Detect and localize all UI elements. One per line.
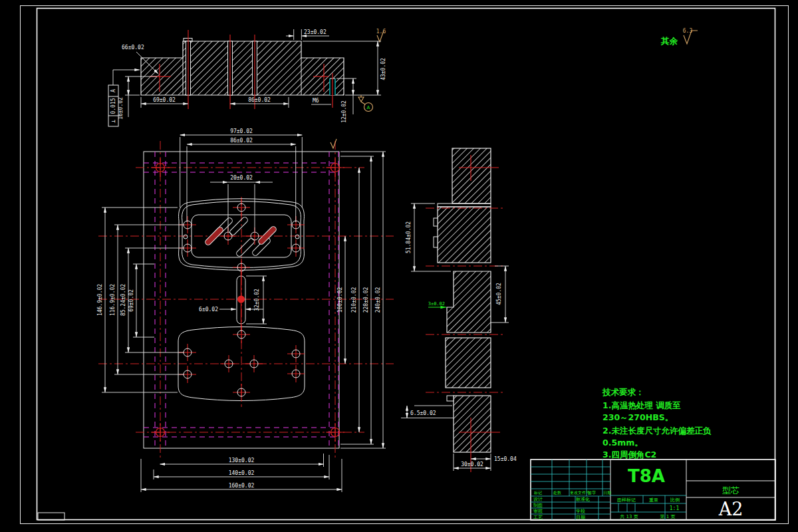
- fcf-datum: A: [110, 89, 116, 92]
- roughness-1-6: 1.6: [376, 29, 386, 35]
- row-school: 学校: [576, 509, 585, 514]
- dim-116-9: 116.9±0.02: [110, 284, 116, 316]
- drawing-frame: [21, 6, 789, 524]
- other-surfaces-label: 其余: [660, 36, 678, 46]
- dim-69: 69±0.02: [153, 97, 176, 103]
- dim-20: 20±0.02: [230, 175, 253, 181]
- tech-req-line: 230～270HBS。: [602, 412, 673, 422]
- center-slot: 32±0.02 6±0.02: [199, 269, 267, 331]
- dim-43: 43±0.02: [380, 58, 386, 80]
- dim-slot-height: 32±0.02: [254, 289, 260, 311]
- dim-210: 210±0.02: [351, 287, 357, 313]
- dim-228: 228±0.02: [363, 287, 369, 313]
- scale-value: 1:1: [670, 505, 680, 511]
- plan-view: 32±0.02 6±0.02 97±0.02 86±0.02 20±0.02 1…: [97, 128, 394, 492]
- rev-col-sign: 签字: [588, 490, 596, 495]
- rev-col-date: 日期: [603, 490, 611, 495]
- dim-15: 15±0.04: [494, 456, 517, 462]
- dim-240: 240±0.02: [375, 287, 381, 313]
- dim-160: 160±0.02: [229, 483, 255, 489]
- side-section-view: 51.84±0.02 45±0.02 3±0.02 6.5±0.02 15±0.…: [401, 148, 517, 472]
- row-check: 审核: [533, 509, 543, 514]
- stamp-label: 图样标记: [617, 497, 636, 503]
- dim-85-24: 85.24±0.02: [120, 284, 126, 316]
- dim-6-5: 6.5±0.02: [410, 410, 436, 416]
- row-date: 日期: [576, 515, 585, 520]
- roughness-icon-plan: [331, 139, 336, 148]
- row-draft: 制图: [533, 503, 543, 508]
- rev-col-count: 处数: [553, 490, 561, 495]
- general-roughness-note: 其余 6.3: [660, 28, 698, 46]
- pages-total: 共 13 页: [620, 514, 638, 519]
- rev-col-mark: 标记: [533, 490, 542, 495]
- rev-col-docno: 更改文件号: [570, 490, 590, 495]
- datum-flag: A: [358, 95, 373, 112]
- tech-req-line: 1.高温热处理 调质至: [602, 400, 681, 410]
- dim-3-step: 3±0.02: [428, 301, 445, 307]
- material-label: T8A: [628, 466, 665, 486]
- front-section-view: 66±0.02 23±0.02 1.6 43±0.02 69±0.02 86±0…: [108, 29, 386, 126]
- feature-control-frame: A 0.015 ⊥: [108, 70, 140, 126]
- fcf-perpendicularity-icon: ⊥: [110, 119, 116, 122]
- tech-req-line: 3.四周倒角C2: [602, 450, 656, 460]
- dim-12: 12±0.02: [341, 100, 347, 123]
- dim-86-plan: 86±0.02: [230, 138, 253, 144]
- thread-note-m6: M6: [313, 98, 319, 104]
- engineering-drawing: 66±0.02 23±0.02 1.6 43±0.02 69±0.02 86±0…: [0, 0, 798, 532]
- datum-a-label: A: [367, 105, 370, 110]
- tech-req-line: 0.5mm。: [602, 438, 643, 448]
- weight-label: 重量: [649, 497, 658, 503]
- dim-130: 130±0.02: [229, 458, 255, 464]
- dim-66: 66±0.02: [122, 45, 144, 51]
- dim-86-front: 86±0.02: [248, 97, 271, 103]
- row-standardization: 标准化: [575, 497, 590, 502]
- dim-100: 100±0.02: [337, 287, 343, 313]
- scale-label: 比例: [670, 497, 680, 503]
- tech-req-title: 技术要求：: [602, 387, 644, 397]
- dim-140: 140±0.02: [229, 470, 255, 476]
- row-design: 设计: [533, 497, 543, 502]
- cad-drawing-canvas: 66±0.02 23±0.02 1.6 43±0.02 69±0.02 86±0…: [0, 0, 798, 532]
- dim-45: 45±0.02: [496, 283, 502, 305]
- technical-requirements: 技术要求： 1.高温热处理 调质至 230～270HBS。 2.未注长度尺寸允许…: [602, 387, 712, 460]
- dim-97: 97±0.02: [230, 128, 253, 134]
- part-name: 型芯: [722, 485, 739, 495]
- dim-23: 23±0.02: [304, 29, 327, 35]
- fcf-tolerance: 0.015: [110, 98, 116, 114]
- title-block: T8A 型芯 A2 标记 处数 更改文件号 签字 日期 设计 标准化 制图 审核…: [531, 460, 775, 520]
- dim-69-plan: 69±0.02: [128, 289, 134, 312]
- row-process: 工艺: [533, 515, 543, 520]
- sheet-size: A2: [718, 499, 743, 519]
- dim-slot-width: 6±0.02: [199, 307, 218, 313]
- dim-30: 30±0.02: [461, 462, 483, 467]
- dim-146-9: 146.9±0.02: [97, 284, 103, 316]
- page-current: 第 1 页: [660, 514, 676, 519]
- tech-req-line: 2.未注长度尺寸允许偏差正负: [602, 426, 712, 436]
- dim-51-84: 51.84±0.02: [406, 221, 412, 253]
